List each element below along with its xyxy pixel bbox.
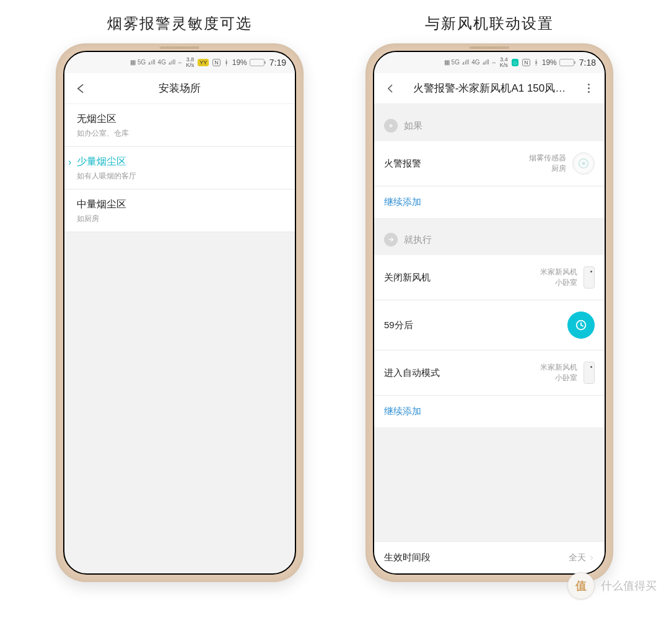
- if-item-list: 火警报警烟雾传感器厨房: [374, 141, 605, 186]
- clock: 7:18: [579, 58, 596, 67]
- row-sub: 烟雾传感器厨房: [529, 153, 566, 174]
- then-icon: [384, 233, 398, 246]
- option-title: 无烟尘区: [77, 113, 129, 126]
- right-column: 与新风机联动设置 ▦ 5G₄ıll4G₄ıll⌢ 3.4K/s ⌂ N ᚼ 19…: [359, 10, 619, 582]
- option-sub: 如有人吸烟的客厅: [77, 171, 136, 181]
- schedule-value: 全天: [569, 552, 595, 564]
- bluetooth-icon: ᚼ: [534, 58, 538, 67]
- left-status-bar: ▦ 5G₄ıll4G₄ıll⌢ 3.8K/s YY N ᚼ 19% 7:19: [64, 52, 295, 73]
- automation-row[interactable]: 进入自动模式米家新风机小卧室: [374, 350, 605, 395]
- signal-icons: ▦ 5G₄ıll4G₄ıll⌢: [444, 59, 496, 66]
- net-speed: 3.8K/s: [186, 57, 194, 68]
- more-button[interactable]: [581, 81, 596, 96]
- status-chip: YY: [198, 59, 209, 66]
- option-title: 中量烟尘区: [77, 198, 126, 211]
- left-titlebar: 安装场所: [64, 73, 295, 104]
- row-title: 59分后: [384, 320, 567, 331]
- watermark-badge-icon: 值: [567, 572, 595, 599]
- svg-point-1: [582, 162, 585, 165]
- if-section-head: 如果: [374, 110, 605, 141]
- page-title: 火警报警-米家新风机A1 150风…: [398, 81, 581, 95]
- net-speed: 3.4K/s: [500, 57, 508, 68]
- row-sub: 米家新风机小卧室: [540, 362, 577, 383]
- right-phone-frame: ▦ 5G₄ıll4G₄ıll⌢ 3.4K/s ⌂ N ᚼ 19% 7:18: [365, 43, 613, 582]
- add-condition-button[interactable]: 继续添加: [374, 186, 605, 218]
- back-button[interactable]: [383, 81, 398, 96]
- then-item-list: 关闭新风机米家新风机小卧室59分后 进入自动模式米家新风机小卧室: [374, 255, 605, 395]
- option-title: 少量烟尘区: [77, 155, 136, 168]
- sensitivity-option-list: › 无烟尘区 如办公室、仓库 › 少量烟尘区 如有人吸烟的客厅 › 中量烟尘区 …: [64, 104, 295, 232]
- option-sub: 如办公室、仓库: [77, 128, 129, 139]
- nfc-icon: N: [522, 59, 530, 66]
- chevron-right-icon: [588, 555, 595, 561]
- option-sub: 如厨房: [77, 214, 126, 224]
- right-caption: 与新风机联动设置: [425, 14, 554, 33]
- nfc-icon: N: [212, 59, 221, 66]
- left-column: 烟雾报警灵敏度可选 ▦ 5G₄ıll4G₄ıll⌢ 3.8K/s YY N ᚼ …: [50, 10, 310, 582]
- left-screen: ▦ 5G₄ıll4G₄ıll⌢ 3.8K/s YY N ᚼ 19% 7:19: [63, 51, 296, 575]
- watermark: 值 什么值得买: [567, 572, 657, 599]
- smoke-sensor-icon: [572, 152, 595, 175]
- schedule-row[interactable]: 生效时间段 全天: [374, 541, 605, 573]
- left-caption: 烟雾报警灵敏度可选: [107, 14, 252, 33]
- page-title: 安装场所: [73, 81, 286, 95]
- fresh-air-device-icon: [584, 266, 595, 289]
- row-title: 进入自动模式: [384, 367, 540, 379]
- automation-row[interactable]: 火警报警烟雾传感器厨房: [374, 141, 605, 186]
- signal-icons: ▦ 5G₄ıll4G₄ıll⌢: [130, 59, 182, 66]
- left-phone-frame: ▦ 5G₄ıll4G₄ıll⌢ 3.8K/s YY N ᚼ 19% 7:19: [56, 43, 304, 582]
- sensitivity-option[interactable]: › 中量烟尘区 如厨房: [64, 189, 295, 232]
- status-chip: ⌂: [512, 59, 518, 66]
- then-section-head: 就执行: [374, 224, 605, 255]
- selected-caret-icon: ›: [68, 155, 77, 169]
- right-status-bar: ▦ 5G₄ıll4G₄ıll⌢ 3.4K/s ⌂ N ᚼ 19% 7:18: [374, 52, 605, 73]
- right-screen: ▦ 5G₄ıll4G₄ıll⌢ 3.4K/s ⌂ N ᚼ 19% 7:18: [373, 51, 606, 575]
- schedule-label: 生效时间段: [384, 552, 431, 564]
- row-title: 火警报警: [384, 158, 529, 170]
- add-action-button[interactable]: 继续添加: [374, 395, 605, 427]
- automation-row[interactable]: 关闭新风机米家新风机小卧室: [374, 255, 605, 300]
- timer-icon: [567, 311, 595, 339]
- battery: 19%: [232, 58, 265, 67]
- bluetooth-icon: ᚼ: [224, 58, 229, 67]
- automation-row[interactable]: 59分后: [374, 300, 605, 350]
- row-title: 关闭新风机: [384, 272, 540, 284]
- battery: 19%: [542, 58, 574, 67]
- row-sub: 米家新风机小卧室: [540, 267, 577, 288]
- sensitivity-option[interactable]: › 少量烟尘区 如有人吸烟的客厅: [64, 147, 295, 189]
- fresh-air-device-icon: [584, 362, 595, 384]
- sensitivity-option[interactable]: › 无烟尘区 如办公室、仓库: [64, 104, 295, 147]
- if-icon: [384, 119, 398, 133]
- right-titlebar: 火警报警-米家新风机A1 150风…: [374, 73, 605, 104]
- clock: 7:19: [269, 58, 286, 67]
